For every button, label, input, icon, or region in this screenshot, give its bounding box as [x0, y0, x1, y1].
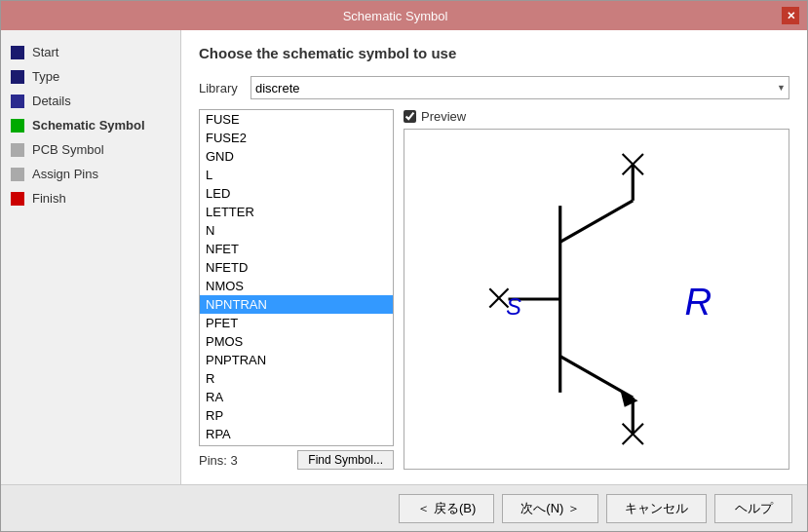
sidebar-label-assign-pins: Assign Pins [32, 167, 98, 181]
list-item[interactable]: GND [200, 147, 393, 166]
preview-panel: Preview [404, 109, 789, 470]
library-select-wrapper[interactable]: discrete [250, 76, 789, 99]
help-button[interactable]: ヘルプ [714, 494, 792, 523]
sidebar-item-details[interactable]: Details [1, 89, 180, 113]
finish-icon [11, 192, 24, 206]
library-row: Library discrete [199, 76, 789, 99]
list-item[interactable]: PFET [200, 314, 393, 332]
svg-text:R: R [685, 281, 712, 323]
list-item[interactable]: N [200, 221, 393, 240]
sidebar-item-start[interactable]: Start [1, 40, 180, 64]
preview-checkbox[interactable] [404, 110, 416, 123]
svg-line-2 [560, 201, 634, 243]
main-heading: Choose the schematic symbol to use [199, 45, 789, 61]
sidebar-label-start: Start [32, 45, 58, 59]
sidebar-label-finish: Finish [32, 191, 66, 206]
library-select-display[interactable]: discrete [250, 76, 789, 99]
library-label: Library [199, 81, 243, 95]
list-item[interactable]: RP [200, 406, 393, 425]
sidebar-item-pcb-symbol[interactable]: PCB Symbol [1, 137, 180, 162]
svg-text:S: S [506, 294, 521, 320]
start-icon [11, 46, 24, 59]
list-item[interactable]: PNPTRAN [200, 351, 393, 369]
type-icon [11, 70, 24, 84]
list-panel: FUSE FUSE2 GND L LED LETTER N NFET NFETD… [199, 109, 394, 470]
list-item[interactable]: NFETD [200, 258, 393, 277]
sidebar-item-finish[interactable]: Finish [1, 186, 180, 210]
dialog: Schematic Symbol ✕ Start Type Details Sc… [0, 0, 808, 532]
next-button[interactable]: 次へ(N) ＞ [502, 494, 598, 523]
preview-label: Preview [421, 109, 466, 124]
list-item[interactable]: NFET [200, 240, 393, 258]
sidebar-item-type[interactable]: Type [1, 64, 180, 89]
sidebar: Start Type Details Schematic Symbol PCB … [1, 30, 181, 484]
dialog-title: Schematic Symbol [9, 9, 782, 23]
list-item[interactable]: RPA [200, 425, 393, 443]
footer: ＜ 戻る(B) 次へ(N) ＞ キャンセル ヘルプ [1, 484, 807, 531]
title-bar: Schematic Symbol ✕ [1, 1, 807, 30]
pcb-symbol-icon [11, 143, 24, 157]
svg-marker-6 [620, 391, 637, 407]
sidebar-item-schematic-symbol[interactable]: Schematic Symbol [1, 113, 180, 137]
sidebar-item-assign-pins[interactable]: Assign Pins [1, 162, 180, 186]
sidebar-label-type: Type [32, 69, 59, 84]
list-item[interactable]: RA [200, 388, 393, 406]
list-footer: Pins: 3 Find Symbol... [199, 450, 394, 470]
list-item[interactable]: L [200, 166, 393, 184]
assign-pins-icon [11, 168, 24, 181]
list-item[interactable]: FUSE2 [200, 129, 393, 147]
close-button[interactable]: ✕ [782, 7, 799, 24]
list-item[interactable]: LETTER [200, 203, 393, 221]
preview-canvas: R S [404, 129, 789, 470]
list-item[interactable]: PMOS [200, 332, 393, 351]
transistor-symbol-svg: R S [404, 130, 789, 469]
list-item[interactable]: LED [200, 184, 393, 203]
symbol-list[interactable]: FUSE FUSE2 GND L LED LETTER N NFET NFETD… [199, 109, 394, 446]
list-item[interactable]: RV [200, 443, 393, 446]
sidebar-label-pcb-symbol: PCB Symbol [32, 142, 104, 157]
details-icon [11, 95, 24, 108]
list-item[interactable]: R [200, 369, 393, 388]
find-symbol-button[interactable]: Find Symbol... [297, 450, 394, 470]
cancel-button[interactable]: キャンセル [606, 494, 707, 523]
pins-label: Pins: 3 [199, 453, 238, 468]
list-item[interactable]: FUSE [200, 110, 393, 129]
sidebar-label-schematic-symbol: Schematic Symbol [32, 118, 145, 133]
schematic-symbol-icon [11, 119, 24, 133]
sidebar-label-details: Details [32, 94, 71, 108]
content-area: Start Type Details Schematic Symbol PCB … [1, 30, 807, 484]
back-button[interactable]: ＜ 戻る(B) [399, 494, 494, 523]
bottom-row: FUSE FUSE2 GND L LED LETTER N NFET NFETD… [199, 109, 789, 470]
main-panel: Choose the schematic symbol to use Libra… [181, 30, 807, 484]
list-item-selected[interactable]: NPNTRAN [200, 295, 393, 314]
list-item[interactable]: NMOS [200, 277, 393, 295]
preview-header: Preview [404, 109, 789, 124]
